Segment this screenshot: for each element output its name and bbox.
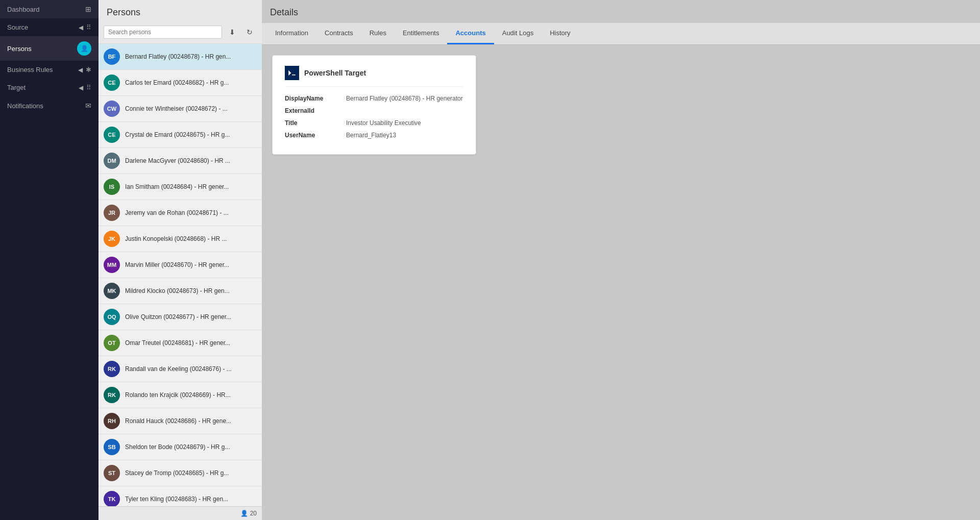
avatar: RK	[104, 361, 120, 377]
business-rules-chevron-icon: ◀	[78, 66, 83, 73]
target-extra-icon: ⠿	[86, 84, 91, 91]
account-card: PowerShell Target DisplayNameBernard Fla…	[272, 55, 476, 155]
card-field-row: UserNameBernard_Flatley13	[285, 132, 463, 139]
persons-footer: 👤 20	[99, 506, 262, 520]
list-item[interactable]: TKTyler ten Kling (00248683) - HR gen...	[99, 486, 262, 506]
person-name: Olive Quitzon (00248677) - HR gener...	[125, 313, 231, 320]
field-value: Investor Usability Executive	[346, 119, 421, 127]
person-count: 20	[250, 510, 257, 517]
list-item[interactable]: RHRonald Hauck (00248686) - HR gene...	[99, 408, 262, 434]
field-value: Bernard_Flatley13	[346, 132, 396, 139]
person-name: Marvin Miller (00248670) - HR gener...	[125, 261, 229, 268]
sidebar-item-source[interactable]: Source ◀ ⠿	[0, 18, 99, 36]
person-name: Jeremy van de Rohan (00248671) - ...	[125, 209, 229, 216]
details-panel: Details InformationContractsRulesEntitle…	[262, 0, 980, 520]
person-name: Carlos ter Emard (00248682) - HR g...	[125, 79, 229, 86]
refresh-button[interactable]: ↻	[242, 25, 257, 39]
avatar: MM	[104, 257, 120, 273]
person-name: Mildred Klocko (00248673) - HR gen...	[125, 287, 230, 294]
person-name: Bernard Flatley (00248678) - HR gen...	[125, 53, 231, 60]
list-item[interactable]: DMDarlene MacGyver (00248680) - HR ...	[99, 148, 262, 174]
avatar: IS	[104, 179, 120, 195]
card-header: PowerShell Target	[285, 66, 463, 87]
list-item[interactable]: MMMarvin Miller (00248670) - HR gener...	[99, 252, 262, 278]
persons-panel: Persons ⬇ ↻ BFBernard Flatley (00248678)…	[99, 0, 262, 520]
list-item[interactable]: OTOmar Treutel (00248681) - HR gener...	[99, 330, 262, 356]
person-name: Connie ter Wintheiser (00248672) - ...	[125, 105, 228, 112]
persons-list: BFBernard Flatley (00248678) - HR gen...…	[99, 43, 262, 506]
list-item[interactable]: SBSheldon ter Bode (00248679) - HR g...	[99, 434, 262, 460]
list-item[interactable]: BFBernard Flatley (00248678) - HR gen...	[99, 44, 262, 70]
sidebar-item-dashboard[interactable]: Dashboard ⊞	[0, 0, 99, 18]
list-item[interactable]: STStacey de Tromp (00248685) - HR g...	[99, 460, 262, 486]
avatar: DM	[104, 153, 120, 169]
person-name: Justin Konopelski (00248668) - HR ...	[125, 235, 227, 242]
list-item[interactable]: CECarlos ter Emard (00248682) - HR g...	[99, 70, 262, 96]
tab-entitlements[interactable]: Entitlements	[395, 23, 448, 44]
dashboard-icon: ⊞	[85, 5, 91, 13]
sidebar-item-notifications[interactable]: Notifications ✉	[0, 96, 99, 115]
target-chevron-icon: ◀	[79, 84, 83, 91]
field-label: Title	[285, 119, 346, 127]
sidebar-item-persons[interactable]: Persons 👤	[0, 36, 99, 61]
avatar: OQ	[104, 309, 120, 325]
avatar: JR	[104, 205, 120, 221]
download-button[interactable]: ⬇	[225, 25, 239, 39]
source-extra-icon: ⠿	[86, 23, 91, 31]
sidebar-item-target[interactable]: Target ◀ ⠿	[0, 79, 99, 96]
list-item[interactable]: CWConnie ter Wintheiser (00248672) - ...	[99, 96, 262, 122]
svg-rect-1	[292, 75, 296, 76]
search-input[interactable]	[104, 26, 222, 39]
avatar: OT	[104, 335, 120, 351]
list-item[interactable]: JKJustin Konopelski (00248668) - HR ...	[99, 226, 262, 252]
tab-information[interactable]: Information	[267, 23, 316, 44]
tab-rules[interactable]: Rules	[361, 23, 395, 44]
person-name: Rolando ten Krajcik (00248669) - HR...	[125, 391, 231, 399]
card-fields: DisplayNameBernard Flatley (00248678) - …	[285, 95, 463, 139]
list-item[interactable]: RKRandall van de Keeling (00248676) - ..…	[99, 356, 262, 382]
list-item[interactable]: OQOlive Quitzon (00248677) - HR gener...	[99, 304, 262, 330]
notifications-icon: ✉	[85, 102, 91, 110]
svg-marker-0	[288, 70, 291, 76]
sidebar: Dashboard ⊞ Source ◀ ⠿ Persons 👤 Busines…	[0, 0, 99, 520]
list-item[interactable]: ISIan Smitham (00248684) - HR gener...	[99, 174, 262, 200]
person-name: Ian Smitham (00248684) - HR gener...	[125, 183, 229, 190]
avatar: JK	[104, 231, 120, 247]
field-label: DisplayName	[285, 95, 346, 102]
card-field-row: TitleInvestor Usability Executive	[285, 119, 463, 127]
list-item[interactable]: MKMildred Klocko (00248673) - HR gen...	[99, 278, 262, 304]
avatar: CE	[104, 75, 120, 91]
person-name: Ronald Hauck (00248686) - HR gene...	[125, 417, 231, 425]
sidebar-item-business-rules[interactable]: Business Rules ◀ ✱	[0, 61, 99, 79]
tab-history[interactable]: History	[542, 23, 578, 44]
tab-audit-logs[interactable]: Audit Logs	[494, 23, 542, 44]
persons-avatar-icon: 👤	[77, 41, 91, 56]
person-name: Stacey de Tromp (00248685) - HR g...	[125, 469, 229, 477]
avatar: CE	[104, 127, 120, 143]
card-field-row: ExternalId	[285, 107, 463, 114]
list-item[interactable]: JRJeremy van de Rohan (00248671) - ...	[99, 200, 262, 226]
tab-contracts[interactable]: Contracts	[316, 23, 361, 44]
persons-title: Persons	[99, 0, 262, 23]
person-name: Crystal de Emard (00248675) - HR g...	[125, 131, 230, 138]
details-title: Details	[262, 0, 980, 23]
field-label: ExternalId	[285, 107, 346, 114]
card-field-row: DisplayNameBernard Flatley (00248678) - …	[285, 95, 463, 102]
search-bar: ⬇ ↻	[99, 23, 262, 43]
avatar: BF	[104, 48, 120, 65]
card-system-name: PowerShell Target	[304, 69, 366, 77]
list-item[interactable]: RKRolando ten Krajcik (00248669) - HR...	[99, 382, 262, 408]
business-rules-extra-icon: ✱	[86, 66, 91, 73]
tabs-bar: InformationContractsRulesEntitlementsAcc…	[262, 23, 980, 45]
avatar: ST	[104, 465, 120, 481]
list-item[interactable]: CECrystal de Emard (00248675) - HR g...	[99, 122, 262, 148]
powershell-icon	[285, 66, 299, 80]
field-label: UserName	[285, 132, 346, 139]
source-chevron-icon: ◀	[79, 24, 83, 31]
main-content: Persons ⬇ ↻ BFBernard Flatley (00248678)…	[99, 0, 980, 520]
details-content: PowerShell Target DisplayNameBernard Fla…	[262, 45, 980, 520]
person-name: Omar Treutel (00248681) - HR gener...	[125, 339, 230, 346]
tab-accounts[interactable]: Accounts	[447, 23, 494, 44]
avatar: SB	[104, 439, 120, 455]
person-name: Tyler ten Kling (00248683) - HR gen...	[125, 496, 228, 503]
